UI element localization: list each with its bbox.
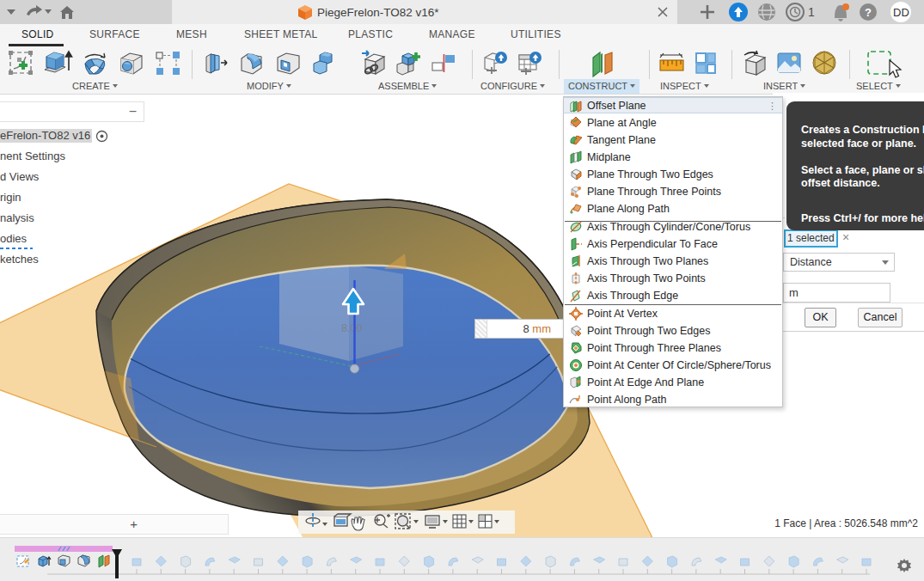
svg-text:DD: DD bbox=[893, 6, 909, 19]
svg-text:1: 1 bbox=[808, 5, 815, 19]
svg-text:?: ? bbox=[865, 6, 872, 19]
svg-text:8.00: 8.00 bbox=[341, 322, 362, 334]
svg-text:PiegeFrelon-TO82 v16*: PiegeFrelon-TO82 v16* bbox=[317, 6, 439, 19]
